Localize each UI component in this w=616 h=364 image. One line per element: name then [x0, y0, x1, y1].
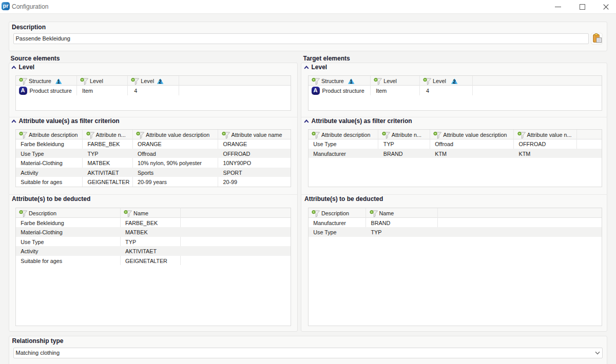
- svg-text:2: 2: [159, 78, 162, 84]
- svg-text:1: 1: [57, 78, 60, 84]
- svg-text:1: 1: [350, 78, 353, 84]
- svg-text:2: 2: [453, 78, 456, 84]
